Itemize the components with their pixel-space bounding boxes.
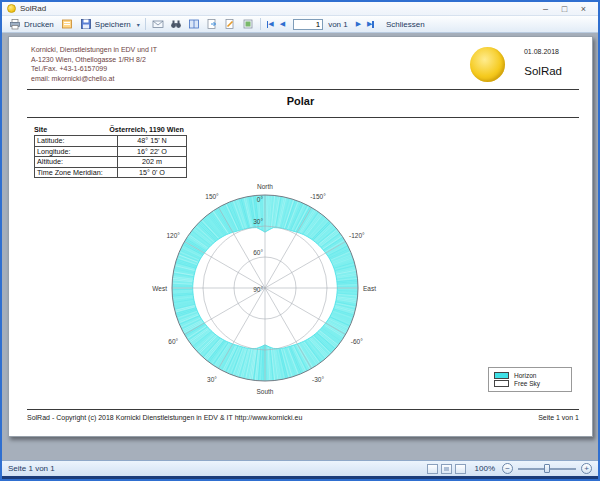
zoom-out-button[interactable]: − (502, 463, 513, 474)
zoom-slider[interactable] (518, 463, 576, 474)
solrad-logo-text: SolRad (524, 65, 562, 77)
toolbar-separator (260, 18, 261, 30)
svg-text:60°: 60° (168, 338, 178, 345)
svg-text:East: East (363, 285, 376, 292)
page-count-label: von 1 (328, 20, 348, 29)
close-button[interactable]: × (574, 3, 593, 15)
site-header-label: Site (34, 125, 106, 134)
statusbar: Seite 1 von 1 100% − + (2, 460, 598, 476)
columns-button[interactable] (186, 17, 202, 31)
last-page-bar-icon (372, 21, 374, 28)
svg-text:30°: 30° (253, 218, 263, 225)
minimize-button[interactable]: – (536, 3, 555, 15)
save-label: Speichern (95, 20, 131, 29)
site-header-value: Österreich, 1190 Wien (106, 125, 187, 134)
report-date: 01.08.2018 (524, 48, 559, 55)
envelope-icon (152, 18, 164, 30)
edit-page-button[interactable] (222, 17, 238, 31)
svg-text:150°: 150° (205, 193, 219, 200)
previous-page-button[interactable]: ◀ (278, 20, 287, 28)
save-menu-arrow-icon[interactable]: ▾ (136, 21, 141, 28)
legend-item-horizon: Horizon (494, 372, 566, 379)
view-mode-facing-button[interactable] (441, 464, 452, 474)
view-mode-single-button[interactable] (427, 464, 438, 474)
site-table-header: Site Österreich, 1190 Wien (34, 124, 187, 135)
maximize-button[interactable]: □ (555, 3, 574, 15)
app-sun-icon (7, 4, 16, 13)
footer-page-number: Seite 1 von 1 (538, 414, 579, 421)
polar-chart: 0°30°60°90°North-150°-120°East-60°-30°So… (139, 172, 399, 412)
printer-icon (9, 18, 21, 30)
print-setup-icon (61, 18, 73, 30)
svg-text:-120°: -120° (349, 232, 365, 239)
footer-copyright: SolRad - Copyright (c) 2018 Kornicki Die… (27, 414, 302, 421)
footer-divider (27, 409, 579, 410)
first-page-button[interactable]: ◀ (265, 20, 276, 28)
export-page-button[interactable] (204, 17, 220, 31)
row-value: 202 m (118, 157, 187, 168)
page-title: Polar (9, 95, 592, 107)
edit-pencil-icon (224, 18, 236, 30)
site-table: Site Österreich, 1190 Wien Latitude: 48°… (34, 124, 187, 178)
columns-icon (188, 18, 200, 30)
header-line-2: A-1230 Wien, Othellogasse 1/RH 8/2 (31, 55, 157, 65)
find-button[interactable] (168, 17, 184, 31)
last-page-button[interactable]: ▶ (365, 20, 376, 28)
title-divider (27, 117, 579, 118)
page-export-icon (206, 18, 218, 30)
zoom-level-label: 100% (475, 464, 495, 473)
thumbnail-view-button[interactable] (240, 17, 256, 31)
report-page: Kornicki, Dienstleistungen in EDV und IT… (8, 36, 593, 437)
close-preview-button[interactable]: Schliessen (386, 20, 425, 29)
solrad-window: SolRad – □ × Drucken (0, 0, 600, 481)
table-row: Latitude: 48° 15' N (35, 136, 187, 147)
print-button[interactable]: Drucken (6, 17, 57, 31)
svg-text:-60°: -60° (351, 338, 363, 345)
titlebar: SolRad – □ × (2, 2, 598, 15)
horizon-swatch (494, 372, 509, 379)
window-title: SolRad (20, 4, 46, 13)
header-divider (27, 89, 579, 90)
next-page-button[interactable]: ▶ (354, 20, 363, 28)
row-value: 48° 15' N (118, 136, 187, 147)
svg-text:North: North (257, 183, 273, 190)
row-label: Time Zone Meridian: (35, 167, 118, 178)
previous-page-arrow-icon: ◀ (280, 20, 285, 28)
thumbnail-icon (242, 18, 254, 30)
print-setup-button[interactable] (59, 17, 75, 31)
zoom-slider-thumb[interactable] (544, 464, 550, 473)
chart-legend: Horizon Free Sky (488, 367, 572, 392)
legend-label: Horizon (514, 372, 536, 379)
legend-label: Free Sky (514, 380, 540, 387)
header-line-1: Kornicki, Dienstleistungen in EDV und IT (31, 45, 157, 55)
email-button[interactable] (150, 17, 166, 31)
print-label: Drucken (24, 20, 54, 29)
toolbar-separator (145, 18, 146, 30)
binoculars-icon (170, 18, 182, 30)
svg-text:0°: 0° (257, 196, 264, 203)
svg-text:South: South (257, 388, 274, 395)
statusbar-zoom-controls: 100% − + (427, 463, 592, 474)
header-line-3: Tel./Fax. +43-1-6157099 (31, 64, 157, 74)
first-page-arrow-icon: ◀ (268, 20, 273, 28)
svg-text:-30°: -30° (312, 376, 324, 383)
preview-area: Kornicki, Dienstleistungen in EDV und IT… (2, 33, 598, 460)
window-bottom-edge (2, 476, 598, 479)
save-floppy-icon (80, 18, 92, 30)
solrad-sun-logo (470, 47, 505, 82)
window-controls: – □ × (536, 3, 593, 15)
svg-text:West: West (152, 285, 167, 292)
save-button[interactable]: Speichern (77, 17, 134, 31)
svg-text:30°: 30° (207, 376, 217, 383)
next-page-arrow-icon: ▶ (356, 20, 361, 28)
free-sky-swatch (494, 380, 509, 387)
report-header-block: Kornicki, Dienstleistungen in EDV und IT… (31, 45, 157, 83)
svg-text:90°: 90° (253, 286, 263, 293)
legend-item-free-sky: Free Sky (494, 380, 566, 387)
table-row: Altitude: 202 m (35, 157, 187, 168)
zoom-in-button[interactable]: + (581, 463, 592, 474)
view-mode-fit-button[interactable] (455, 464, 466, 474)
page-number-input[interactable] (293, 19, 323, 30)
svg-text:120°: 120° (166, 232, 180, 239)
row-value: 16° 22' O (118, 146, 187, 157)
